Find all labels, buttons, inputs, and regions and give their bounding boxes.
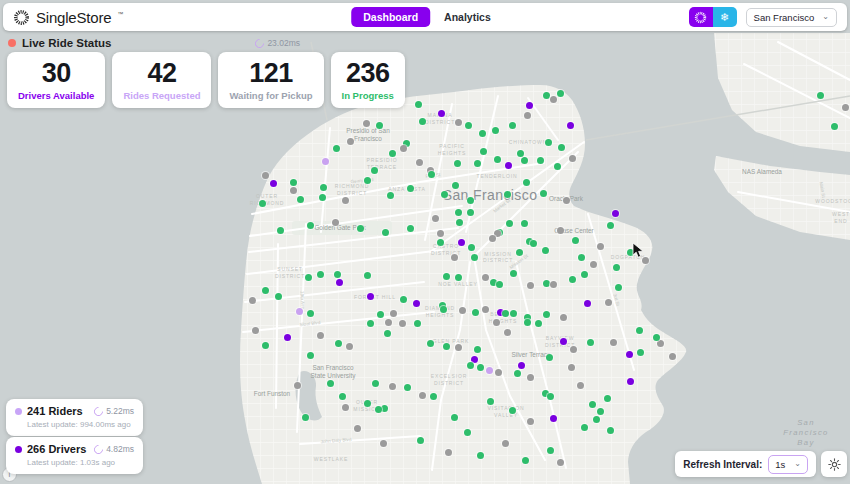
- timer-icon: [92, 405, 105, 418]
- city-select-value: San Francisco: [754, 12, 815, 23]
- drivers-latency-chip: 4.82ms: [94, 444, 134, 454]
- toggle-singlestore[interactable]: [689, 7, 713, 27]
- stat-waiting-for-pickup: 121 Waiting for Pickup: [218, 52, 323, 108]
- drivers-card: 266 Drivers 4.82ms Latest update: 1.03s …: [6, 437, 143, 474]
- stat-label: In Progress: [342, 90, 394, 101]
- brand-logo: SingleStore ™: [13, 9, 123, 26]
- riders-updated: Latest update: 994.00ms ago: [27, 420, 134, 429]
- refresh-interval-card: Refresh Interval: 1s ⌄: [675, 451, 816, 477]
- light-mode-button[interactable]: [821, 451, 847, 477]
- stat-value: 30: [18, 59, 94, 87]
- timer-icon: [92, 443, 105, 456]
- riders-latency: 5.22ms: [106, 406, 134, 416]
- status-row: Live Ride Status 23.02ms: [8, 37, 300, 49]
- header: SingleStore ™ Dashboard Analytics ❄ San …: [3, 3, 847, 31]
- live-status-dot: [8, 39, 16, 47]
- stat-rides-requested: 42 Rides Requested: [112, 52, 211, 108]
- drivers-dot: [15, 446, 22, 453]
- riders-dot: [15, 408, 22, 415]
- riders-card: 241 Riders 5.22ms Latest update: 994.00m…: [6, 399, 143, 436]
- query-latency-chip: 23.02ms: [255, 38, 300, 48]
- stat-value: 236: [342, 59, 394, 87]
- drivers-latency: 4.82ms: [106, 444, 134, 454]
- header-right: ❄ San Francisco ⌄: [689, 7, 837, 27]
- stat-label: Waiting for Pickup: [229, 90, 312, 101]
- chevron-down-icon: ⌄: [794, 460, 801, 468]
- sun-icon: [828, 458, 841, 471]
- brand-trademark: ™: [117, 11, 123, 17]
- stat-label: Drivers Available: [18, 90, 94, 101]
- latency-value: 23.02ms: [267, 38, 300, 48]
- toggle-snowflake[interactable]: ❄: [713, 7, 737, 27]
- riders-latency-chip: 5.22ms: [94, 406, 134, 416]
- drivers-count: 266 Drivers: [27, 443, 86, 455]
- chevron-down-icon: ⌄: [822, 13, 829, 21]
- db-toggle-group: ❄: [689, 7, 737, 27]
- drivers-updated: Latest update: 1.03s ago: [27, 458, 134, 467]
- tab-analytics[interactable]: Analytics: [436, 7, 499, 27]
- riders-card-header: 241 Riders 5.22ms: [15, 405, 134, 417]
- refresh-interval-label: Refresh Interval:: [683, 459, 762, 470]
- stat-value: 42: [123, 59, 200, 87]
- snowflake-icon: ❄: [720, 12, 729, 23]
- singlestore-icon: [694, 11, 707, 24]
- stat-drivers-available: 30 Drivers Available: [7, 52, 105, 108]
- page-title: Live Ride Status: [22, 37, 111, 49]
- stat-in-progress: 236 In Progress: [331, 52, 405, 108]
- timer-icon: [254, 37, 267, 50]
- nav-tabs: Dashboard Analytics: [351, 7, 499, 27]
- stat-label: Rides Requested: [123, 90, 200, 101]
- stats-row: 30 Drivers Available 42 Rides Requested …: [7, 52, 405, 108]
- tab-dashboard[interactable]: Dashboard: [351, 7, 430, 27]
- brand-name: SingleStore: [36, 9, 111, 26]
- stat-value: 121: [229, 59, 312, 87]
- drivers-card-header: 266 Drivers 4.82ms: [15, 443, 134, 455]
- refresh-interval-select[interactable]: 1s ⌄: [768, 455, 808, 474]
- refresh-interval-value: 1s: [775, 459, 785, 470]
- riders-count: 241 Riders: [27, 405, 83, 417]
- city-select[interactable]: San Francisco ⌄: [746, 8, 837, 27]
- singlestore-logo-icon: [13, 9, 30, 26]
